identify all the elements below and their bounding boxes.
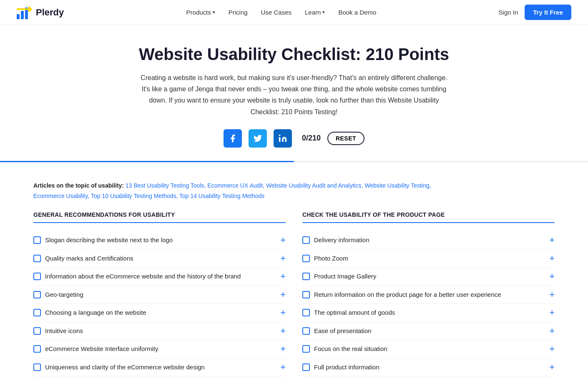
expand-button[interactable]: + xyxy=(275,344,286,353)
checkbox-right-1[interactable] xyxy=(302,255,310,262)
item-label: Full product information xyxy=(314,363,379,372)
expand-button[interactable]: + xyxy=(544,254,555,263)
divider xyxy=(0,161,588,162)
expand-button[interactable]: + xyxy=(544,290,555,299)
table-row: Return information on the product page f… xyxy=(302,286,555,304)
item-label: eCommerce Website Interface uniformity xyxy=(45,344,158,354)
table-row: eCommerce Website Interface uniformity + xyxy=(33,340,286,358)
linkedin-share-button[interactable] xyxy=(274,129,292,148)
item-label: Choosing a language on the website xyxy=(45,308,146,318)
checkbox-1[interactable] xyxy=(33,255,41,262)
twitter-share-button[interactable] xyxy=(249,129,267,148)
expand-button[interactable]: + xyxy=(275,254,286,263)
item-label: Product Image Gallery xyxy=(314,272,376,281)
item-left: Information about the eCommerce website … xyxy=(33,272,275,281)
nav-links: Products ▾ Pricing Use Cases Learn ▾ Boo… xyxy=(186,9,377,16)
hero-description: Creating a website is hard work, but mak… xyxy=(136,72,452,118)
item-label: The optimal amount of goods xyxy=(314,308,395,318)
expand-button[interactable]: + xyxy=(275,308,286,317)
checkbox-4[interactable] xyxy=(33,309,41,316)
try-free-button[interactable]: Try It Free xyxy=(525,5,571,20)
logo-text: Plerdy xyxy=(36,7,64,18)
item-left: Focus on the real situation xyxy=(302,344,544,354)
expand-button[interactable]: + xyxy=(275,236,286,245)
item-left: Slogan describing the website next to th… xyxy=(33,236,275,245)
logo[interactable]: Plerdy xyxy=(17,6,64,19)
item-left: The optimal amount of goods xyxy=(302,308,544,318)
checkbox-right-0[interactable] xyxy=(302,236,310,244)
svg-marker-3 xyxy=(17,6,33,13)
article-link-4[interactable]: Website Usability Testing, xyxy=(364,182,431,189)
page-title: Website Usability Checklist: 210 Points xyxy=(17,45,571,64)
table-row: Full product information + xyxy=(302,358,555,377)
checkbox-2[interactable] xyxy=(33,273,41,280)
table-row: An extended list of characteristics + xyxy=(302,376,555,381)
item-label: Slogan describing the website next to th… xyxy=(45,236,173,245)
article-link-6[interactable]: Top 10 Usability Testing Methods, xyxy=(91,193,178,199)
checkbox-3[interactable] xyxy=(33,291,41,298)
svg-point-5 xyxy=(279,135,281,136)
checkbox-5[interactable] xyxy=(33,327,41,335)
expand-button[interactable]: + xyxy=(544,272,555,281)
sign-in-link[interactable]: Sign In xyxy=(499,9,518,16)
item-label: Photo Zoom xyxy=(314,254,348,263)
table-row: Choosing a language on the website + xyxy=(33,304,286,322)
checkbox-right-4[interactable] xyxy=(302,309,310,316)
item-left: Product Image Gallery xyxy=(302,272,544,281)
table-row: Focus on the real situation + xyxy=(302,340,555,358)
progress-counter: 0/210 xyxy=(302,134,321,143)
checklist-container: GENERAL RECOMMENDATIONS FOR USABILITY Sl… xyxy=(0,211,588,381)
chevron-down-icon: ▾ xyxy=(322,10,325,15)
expand-button[interactable]: + xyxy=(275,326,286,336)
article-link-7[interactable]: Top 14 Usability Testing Methods xyxy=(179,193,264,199)
articles-section: Articles on the topic of usability: 13 B… xyxy=(0,174,588,211)
left-section-title: GENERAL RECOMMENDATIONS FOR USABILITY xyxy=(33,211,286,223)
item-left: Choosing a language on the website xyxy=(33,308,275,318)
item-label: Quality marks and Certifications xyxy=(45,254,133,263)
expand-button[interactable]: + xyxy=(544,326,555,336)
checkbox-0[interactable] xyxy=(33,236,41,244)
article-link-5[interactable]: Ecommerce Usability, xyxy=(33,193,89,199)
expand-button[interactable]: + xyxy=(544,236,555,245)
hero-section: Website Usability Checklist: 210 Points … xyxy=(0,25,588,161)
table-row: Delivery information + xyxy=(302,231,555,250)
checkbox-right-6[interactable] xyxy=(302,345,310,353)
table-row: The optimal amount of goods + xyxy=(302,304,555,322)
nav-pricing[interactable]: Pricing xyxy=(229,9,248,16)
checkbox-right-7[interactable] xyxy=(302,363,310,371)
articles-label: Articles on the topic of usability: xyxy=(33,182,124,189)
chevron-down-icon: ▾ xyxy=(213,10,215,15)
navigation: Plerdy Products ▾ Pricing Use Cases Lear… xyxy=(0,0,588,25)
nav-learn[interactable]: Learn ▾ xyxy=(305,9,325,16)
table-row: Geo-targeting + xyxy=(33,286,286,304)
article-link-2[interactable]: Ecommerce UX Audit, xyxy=(207,182,264,189)
expand-button[interactable]: + xyxy=(544,344,555,353)
checkbox-right-5[interactable] xyxy=(302,327,310,335)
checkbox-right-3[interactable] xyxy=(302,291,310,298)
table-row: Ease of interaction with ecommerce websi… xyxy=(33,376,286,381)
article-link-1[interactable]: 13 Best Usability Testing Tools, xyxy=(126,182,206,189)
nav-products[interactable]: Products ▾ xyxy=(186,9,215,16)
reset-button[interactable]: RESET xyxy=(327,132,364,145)
table-row: Uniqueness and clarity of the eCommerce … xyxy=(33,358,286,377)
nav-book-demo[interactable]: Book a Demo xyxy=(338,9,376,16)
item-label: Uniqueness and clarity of the eCommerce … xyxy=(45,363,205,372)
item-label: Intuitive icons xyxy=(45,326,83,336)
right-items-list: Delivery information + Photo Zoom + Prod… xyxy=(302,231,555,381)
checkbox-right-2[interactable] xyxy=(302,273,310,280)
expand-button[interactable]: + xyxy=(275,363,286,372)
article-link-3[interactable]: Website Usability Audit and Analytics, xyxy=(266,182,363,189)
checkbox-6[interactable] xyxy=(33,345,41,353)
checkbox-7[interactable] xyxy=(33,363,41,371)
social-row: 0/210 RESET xyxy=(17,129,571,148)
left-items-list: Slogan describing the website next to th… xyxy=(33,231,286,381)
nav-use-cases[interactable]: Use Cases xyxy=(261,9,291,16)
item-left: Quality marks and Certifications xyxy=(33,254,275,263)
item-left: Intuitive icons xyxy=(33,326,275,336)
expand-button[interactable]: + xyxy=(544,308,555,317)
table-row: Quality marks and Certifications + xyxy=(33,250,286,268)
expand-button[interactable]: + xyxy=(544,363,555,372)
expand-button[interactable]: + xyxy=(275,290,286,299)
facebook-share-button[interactable] xyxy=(224,129,242,148)
expand-button[interactable]: + xyxy=(275,272,286,281)
